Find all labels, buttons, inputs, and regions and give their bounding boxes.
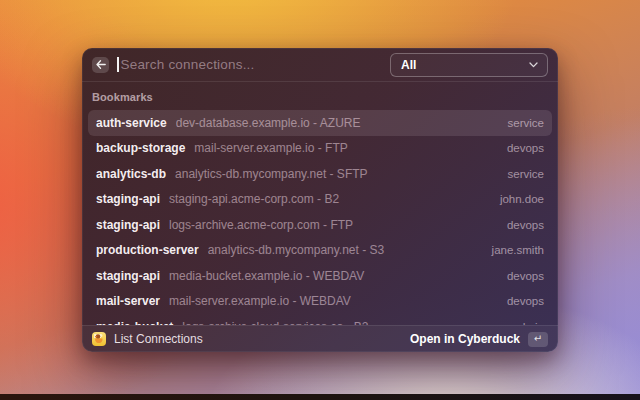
bookmark-detail: analytics-db.mycompany.net - SFTP [175, 167, 498, 181]
bookmark-row[interactable]: media-bucket logs-archive.cloud-services… [88, 314, 552, 325]
search-field-wrap [117, 48, 382, 81]
back-button[interactable] [92, 57, 109, 73]
bookmark-row[interactable]: analytics-db analytics-db.mycompany.net … [88, 161, 552, 187]
bookmark-username: service [508, 168, 544, 180]
bookmark-detail: logs-archive.acme-corp.com - FTP [169, 218, 497, 232]
arrow-left-icon [96, 60, 106, 69]
bookmark-username: jane.smith [492, 244, 544, 256]
filter-selected-value: All [401, 58, 529, 72]
bookmark-name: mail-server [96, 294, 160, 308]
bookmark-name: staging-api [96, 192, 160, 206]
bookmark-row[interactable]: staging-api media-bucket.example.io - WE… [88, 263, 552, 289]
section-label: Bookmarks [82, 82, 558, 110]
text-caret [117, 57, 119, 72]
bookmarks-list: Bookmarks auth-service dev-database.exam… [82, 82, 558, 325]
return-key-icon: ↵ [528, 332, 548, 347]
open-in-cyberduck-action[interactable]: Open in Cyberduck [410, 332, 520, 346]
search-input[interactable] [121, 57, 383, 72]
bookmark-name: backup-storage [96, 141, 185, 155]
bookmark-rows: auth-service dev-database.example.io - A… [82, 110, 558, 325]
desktop-wallpaper: All Bookmarks auth-service dev-database.… [0, 0, 640, 400]
bookmark-row[interactable]: staging-api staging-api.acme-corp.com - … [88, 187, 552, 213]
bookmark-name: analytics-db [96, 167, 166, 181]
bookmark-detail: mail-server.example.io - WEBDAV [169, 294, 497, 308]
bookmark-row[interactable]: mail-server mail-server.example.io - WEB… [88, 289, 552, 315]
bookmark-detail: mail-server.example.io - FTP [194, 141, 497, 155]
bookmark-username: devops [507, 219, 544, 231]
bookmark-username: service [508, 117, 544, 129]
bookmark-name: auth-service [96, 116, 167, 130]
bookmark-row[interactable]: backup-storage mail-server.example.io - … [88, 136, 552, 162]
bookmark-row[interactable]: auth-service dev-database.example.io - A… [88, 110, 552, 136]
bookmark-detail: dev-database.example.io - AZURE [176, 116, 498, 130]
bookmark-username: devops [507, 295, 544, 307]
bookmark-detail: analytics-db.mycompany.net - S3 [208, 243, 482, 257]
bookmark-username: devops [507, 270, 544, 282]
bookmark-detail: media-bucket.example.io - WEBDAV [169, 269, 497, 283]
bookmark-name: staging-api [96, 269, 160, 283]
screen-bottom-strip [0, 394, 640, 400]
bookmark-name: staging-api [96, 218, 160, 232]
bookmark-username: john.doe [500, 193, 544, 205]
bookmark-row[interactable]: staging-api logs-archive.acme-corp.com -… [88, 212, 552, 238]
action-bar: List Connections Open in Cyberduck ↵ [82, 325, 558, 352]
search-header: All [82, 48, 558, 82]
context-label: List Connections [114, 332, 402, 346]
bookmark-detail: staging-api.acme-corp.com - B2 [169, 192, 490, 206]
cyberduck-app-icon [92, 332, 106, 346]
duck-icon [92, 332, 106, 346]
bookmark-name: production-server [96, 243, 199, 257]
quick-search-window: All Bookmarks auth-service dev-database.… [82, 48, 558, 352]
bookmark-username: devops [507, 142, 544, 154]
bookmark-row[interactable]: production-server analytics-db.mycompany… [88, 238, 552, 264]
chevron-down-icon [529, 62, 538, 68]
filter-dropdown[interactable]: All [390, 53, 548, 77]
